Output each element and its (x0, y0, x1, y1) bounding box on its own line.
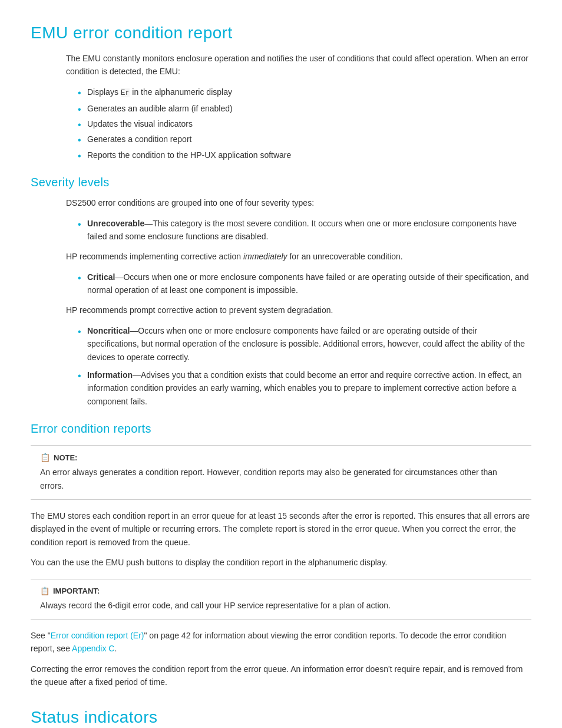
intro-paragraph: The EMU constantly monitors enclosure op… (66, 52, 531, 78)
error-body-1: The EMU stores each condition report in … (31, 509, 531, 549)
severity-item-information: Information—Advises you that a condition… (78, 368, 531, 408)
inline-code-er: Er (121, 88, 130, 97)
error-condition-heading: Error condition reports (31, 422, 531, 436)
severity-dash-1: — (115, 272, 123, 282)
severity-title-critical: Critical (87, 272, 115, 282)
bullet-list: Displays Er in the alphanumeric display … (78, 85, 531, 162)
severity-italic-immediately: immediately (243, 252, 287, 261)
severity-item-critical: Critical—Occurs when one or more enclosu… (78, 271, 531, 297)
severity-title-unrecoverable: Unrecoverable (87, 219, 144, 228)
severity-text-2: Occurs when one or more enclosure compon… (87, 326, 525, 362)
note-label: 📋 NOTE: (40, 453, 522, 462)
severity-sub-unrecoverable: HP recommends implementing corrective ac… (66, 250, 531, 263)
appendix-c-link[interactable]: Appendix C (72, 644, 114, 653)
important-label: 📋 IMPORTANT: (40, 587, 522, 595)
status-indicators-heading: Status indicators (31, 708, 531, 727)
list-item: Updates the visual indicators (78, 117, 531, 130)
note-text: An error always generates a condition re… (40, 466, 522, 492)
severity-list: Unrecoverable—This category is the most … (78, 217, 531, 243)
severity-levels-heading: Severity levels (31, 176, 531, 189)
error-condition-report-link[interactable]: Error condition report (Er) (51, 631, 144, 640)
error-body-2: You can the use the EMU push buttons to … (31, 556, 531, 569)
severity-dash-3: — (133, 370, 141, 380)
severity-intro-text: DS2500 error conditions are grouped into… (66, 196, 531, 209)
severity-text-1: Occurs when one or more enclosure compon… (87, 272, 528, 295)
severity-dash-0: — (144, 219, 153, 228)
severity-sub-critical: HP recommends prompt corrective action t… (66, 304, 531, 317)
list-item: Displays Er in the alphanumeric display (78, 85, 531, 100)
body3-prefix: See " (31, 631, 51, 640)
severity-list-noncritical: Noncritical—Occurs when one or more encl… (78, 324, 531, 408)
severity-item-unrecoverable: Unrecoverable—This category is the most … (78, 217, 531, 243)
important-box: 📋 IMPORTANT: Always record the 6-digit e… (31, 579, 531, 620)
note-label-text: NOTE: (54, 453, 77, 462)
severity-list-critical: Critical—Occurs when one or more enclosu… (78, 271, 531, 297)
error-body-3: See "Error condition report (Er)" on pag… (31, 629, 531, 655)
list-item: Generates a condition report (78, 133, 531, 146)
list-item: Reports the condition to the HP-UX appli… (78, 149, 531, 162)
severity-item-noncritical: Noncritical—Occurs when one or more encl… (78, 324, 531, 364)
severity-title-information: Information (87, 370, 133, 380)
error-body-4: Correcting the error removes the conditi… (31, 663, 531, 689)
severity-title-noncritical: Noncritical (87, 326, 130, 335)
severity-text-3: Advises you that a condition exists that… (87, 370, 521, 406)
important-icon: 📋 (40, 587, 49, 595)
page-main-title: EMU error condition report (31, 24, 531, 42)
body3-suffix: . (114, 644, 117, 653)
note-box: 📋 NOTE: An error always generates a cond… (31, 445, 531, 500)
note-icon: 📋 (40, 453, 50, 462)
list-item: Generates an audible alarm (if enabled) (78, 102, 531, 115)
severity-dash-2: — (130, 326, 138, 335)
important-text: Always record the 6-digit error code, an… (40, 599, 522, 612)
important-label-text: IMPORTANT: (53, 587, 100, 595)
